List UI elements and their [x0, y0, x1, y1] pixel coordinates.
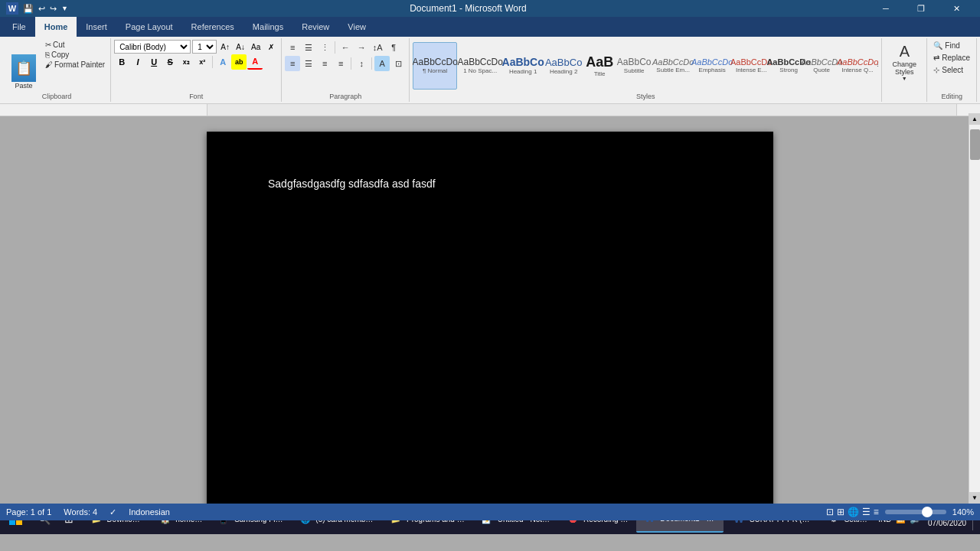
title-bar-left: W 💾 ↩ ↪ ▼: [6, 2, 68, 15]
zoom-thumb[interactable]: [922, 507, 933, 517]
style-intense-q[interactable]: AaBbCcDo Intense Q...: [838, 42, 877, 90]
underline-button[interactable]: U: [146, 54, 162, 70]
tab-insert[interactable]: Insert: [77, 17, 116, 37]
find-button[interactable]: 🔍 Find: [930, 40, 973, 51]
style-emphasis[interactable]: AaBbCcDo Emphasis: [694, 42, 730, 90]
align-center-button[interactable]: ☰: [301, 56, 316, 71]
superscript-button[interactable]: x²: [194, 54, 210, 70]
change-styles-label: ChangeStyles: [893, 60, 917, 76]
style-heading2[interactable]: AaBbCo Heading 2: [544, 42, 583, 90]
page-status[interactable]: Page: 1 of 1: [6, 507, 51, 517]
style-subtitle-preview: AaBbCo: [617, 57, 652, 67]
replace-button[interactable]: ⇄ Replace: [930, 52, 973, 64]
increase-font-button[interactable]: A↑: [218, 40, 232, 54]
editing-group-label: Editing: [930, 93, 973, 100]
style-intense-em-preview: AaBbCcDo: [730, 57, 772, 67]
scroll-down-arrow[interactable]: ▼: [969, 492, 981, 504]
show-formatting-button[interactable]: ¶: [386, 40, 401, 55]
select-icon: ⊹: [933, 66, 939, 74]
text-effect-button[interactable]: A: [215, 54, 230, 70]
style-subtitle-label: Subtitle: [624, 67, 645, 74]
customize-quick-access[interactable]: ▼: [61, 5, 68, 12]
scroll-up-arrow[interactable]: ▲: [969, 116, 981, 125]
tab-view[interactable]: View: [338, 17, 375, 37]
style-subtitle[interactable]: AaBbCo Subtitle: [616, 42, 652, 90]
font-color-button[interactable]: A: [247, 54, 263, 70]
strikethrough-button[interactable]: S: [162, 54, 178, 70]
zoom-slider[interactable]: [885, 510, 946, 514]
quick-save-icon[interactable]: 💾: [23, 4, 34, 14]
paste-button[interactable]: 📋 Paste: [6, 40, 41, 91]
words-status[interactable]: Words: 4: [64, 507, 97, 517]
change-case-button[interactable]: Aa: [249, 40, 263, 54]
paste-icon: 📋: [11, 54, 36, 82]
change-styles-button[interactable]: A ChangeStyles ▼: [885, 40, 923, 84]
view-web-layout-button[interactable]: 🌐: [848, 507, 859, 517]
text-highlight-button[interactable]: ab: [231, 54, 247, 70]
style-title[interactable]: AaB Title: [584, 42, 615, 90]
decrease-font-button[interactable]: A↓: [234, 40, 247, 54]
ribbon: File Home Insert Page Layout References …: [0, 17, 980, 104]
font-name-select[interactable]: Calibri (Body): [114, 40, 191, 54]
close-button[interactable]: ✕: [939, 0, 974, 17]
shading-button[interactable]: A: [374, 56, 390, 71]
view-print-layout-button[interactable]: ⊡: [826, 507, 834, 517]
bold-button[interactable]: B: [114, 54, 129, 70]
tab-review[interactable]: Review: [292, 17, 338, 37]
quick-undo-icon[interactable]: ↩: [38, 4, 45, 14]
font-name-row: Calibri (Body) 11 A↑ A↓ Aa ✗: [114, 40, 278, 54]
numbering-button[interactable]: ☰: [301, 40, 316, 55]
bullets-button[interactable]: ≡: [285, 40, 300, 55]
select-button[interactable]: ⊹ Select: [930, 64, 973, 76]
view-outline-button[interactable]: ☰: [862, 507, 871, 517]
style-quote[interactable]: AaBbCcDo Quote: [806, 42, 837, 90]
status-left: Page: 1 of 1 Words: 4 ✓ Indonesian: [6, 507, 170, 517]
justify-button[interactable]: ≡: [333, 56, 348, 71]
style-no-spacing[interactable]: AaBbCcDo 1 No Spac...: [458, 42, 502, 90]
quick-redo-icon[interactable]: ↪: [50, 4, 57, 14]
multilevel-button[interactable]: ⋮: [317, 40, 332, 55]
paragraph-content: ≡ ☰ ⋮ ← → ↕A ¶ ≡ ☰ ≡ ≡ ↕ A: [285, 40, 406, 91]
italic-button[interactable]: I: [130, 54, 145, 70]
view-draft-button[interactable]: ≡: [874, 507, 879, 517]
tab-page-layout[interactable]: Page Layout: [116, 17, 182, 37]
style-subtle-em[interactable]: AaBbCcDo Subtle Em...: [653, 42, 693, 90]
right-scrollbar: ▲ ▼: [969, 116, 980, 504]
subscript-button[interactable]: x₂: [178, 54, 194, 70]
tab-file[interactable]: File: [3, 17, 35, 37]
style-normal[interactable]: AaBbCcDo ¶ Normal: [413, 42, 457, 90]
tab-references[interactable]: References: [182, 17, 243, 37]
copy-button[interactable]: ⎘ Copy: [43, 50, 107, 60]
sort-button[interactable]: ↕A: [370, 40, 385, 55]
minimize-button[interactable]: ─: [868, 0, 903, 17]
font-group: Calibri (Body) 11 A↑ A↓ Aa ✗ B I U S x₂: [111, 38, 282, 102]
increase-indent-button[interactable]: →: [354, 40, 369, 55]
tab-home[interactable]: Home: [35, 17, 77, 37]
style-subtle-ref-preview: AaBbCcDo: [877, 57, 878, 67]
format-painter-button[interactable]: 🖌 Format Painter: [43, 60, 107, 70]
align-right-button[interactable]: ≡: [317, 56, 332, 71]
language-status[interactable]: Indonesian: [129, 507, 170, 517]
font-size-select[interactable]: 11: [192, 40, 217, 54]
scroll-thumb[interactable]: [970, 129, 980, 160]
style-heading1[interactable]: AaBbCo Heading 1: [503, 42, 543, 90]
tab-mailings[interactable]: Mailings: [243, 17, 292, 37]
spell-check-status[interactable]: ✓: [109, 507, 116, 517]
decrease-indent-button[interactable]: ←: [338, 40, 353, 55]
style-intense-em[interactable]: AaBbCcDo Intense E...: [731, 42, 771, 90]
style-heading1-preview: AaBbCo: [502, 56, 544, 68]
document-area[interactable]: Sadgfasdgasdfg sdfasdfa asd fasdf ▲ ▼: [0, 116, 980, 534]
zoom-level[interactable]: 140%: [952, 507, 974, 517]
restore-button[interactable]: ❐: [903, 0, 939, 17]
cut-button[interactable]: ✂ Cut: [43, 40, 107, 50]
style-no-spacing-preview: AaBbCcDo: [457, 57, 502, 67]
border-button[interactable]: ⊡: [390, 56, 406, 71]
align-left-button[interactable]: ≡: [285, 56, 300, 71]
view-full-screen-button[interactable]: ⊞: [837, 507, 844, 517]
document-content[interactable]: Sadgfasdgasdfg sdfasdfa asd fasdf: [268, 178, 712, 484]
word-app-icon[interactable]: W: [6, 2, 18, 15]
clear-format-button[interactable]: ✗: [264, 40, 278, 54]
line-spacing-button[interactable]: ↕: [354, 56, 369, 71]
title-bar: W 💾 ↩ ↪ ▼ Document1 - Microsoft Word ─ ❐…: [0, 0, 980, 17]
replace-icon: ⇄: [933, 54, 939, 62]
